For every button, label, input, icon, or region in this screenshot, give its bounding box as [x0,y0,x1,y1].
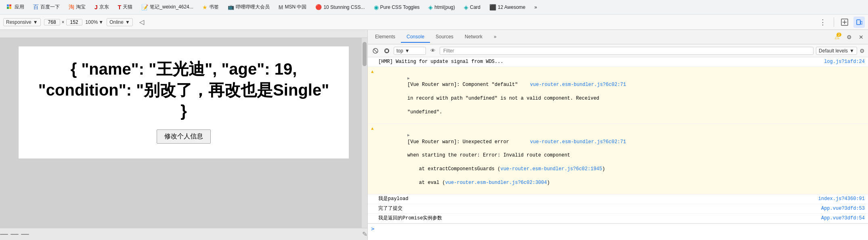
console-line-payload: 我是payload index.js?4360:91 [368,194,868,204]
page-preview: { "name": "王光迪", "age": 19, "condition":… [0,30,367,240]
console-text-warn2: ▶ [Vue Router warn]: Unexpected error vu… [378,125,865,193]
device-icon [856,19,862,25]
zoom-dropdown[interactable]: 100% ▼ [86,19,104,25]
console-link-submit[interactable]: App.vue?3dfd:53 [815,205,865,212]
expand-arrow-2[interactable]: ▶ [407,133,410,138]
context-label: top [396,48,403,54]
html-label: html(pug) [434,4,455,10]
sensors-icon-btn[interactable]: ◁ [136,17,147,28]
dots-label: ⋮ [819,18,827,26]
scrollbar-thumb[interactable] [363,42,367,66]
main-split: { "name": "王光迪", "age": 19, "condition":… [0,30,868,240]
inspect-element-btn[interactable] [839,17,850,28]
devtools-tabs: Elements Console Sources Network » ⚠ 2 ⚙… [368,30,868,44]
note-label: 笔记_weixin_4624... [150,4,193,10]
edit-icon[interactable]: ✎ [362,230,367,238]
tab-console[interactable]: Console [401,31,430,43]
more-options-btn[interactable]: ⋮ [819,18,827,27]
bookmark-msn[interactable]: M MSN 中国 [275,2,310,12]
settings-btn[interactable]: ⚙ [844,32,854,42]
bookmark-apps[interactable]: 应用 [3,2,27,12]
preview-bottom-bar: ✎ [0,228,367,240]
console-link-payload[interactable]: index.js?4360:91 [812,196,865,202]
tab-network[interactable]: Network [459,31,488,43]
preview-json-text: { "name": "王光迪", "age": 19, "condition":… [35,58,333,121]
bookmark-note[interactable]: 📝 笔记_weixin_4624... [138,2,196,12]
levels-label: Default levels [819,48,848,54]
bookmark-star[interactable]: ★ 书签 [199,2,222,12]
online-label: Online [109,19,124,25]
console-link-promise[interactable]: App.vue?3dfd:54 [815,215,865,222]
tab-more[interactable]: » [488,31,502,43]
warning-badge-btn[interactable]: ⚠ 2 [832,32,842,42]
bookmark-bilibili[interactable]: 📺 哔哩哔哩大会员 [224,2,273,12]
bookmark-css[interactable]: 🔴 10 Stunning CSS... [312,3,368,11]
preview-scrollbar[interactable] [362,38,367,228]
star-icon: ★ [202,4,208,10]
bookmark-taobao[interactable]: 淘 淘宝 [65,2,89,12]
device-toolbar-btn[interactable] [853,17,865,28]
console-link-eval[interactable]: vue-router.esm-bundler.js?6c02:3004 [445,180,547,186]
settings-gear-icon: ⚙ [847,34,852,40]
context-selector[interactable]: top ▼ [394,47,426,55]
console-link-warn2a[interactable]: vue-router.esm-bundler.js?6c02:71 [524,139,626,145]
svg-rect-2 [7,7,9,9]
toggle-icon: ◉ [374,4,379,10]
devtools-tab-icons: ⚠ 2 ⚙ ✕ [832,32,866,42]
close-icon: ✕ [859,34,864,40]
star-label: 书签 [209,4,219,10]
eye-icon: 👁 [430,48,436,54]
console-input[interactable] [377,226,865,232]
bookmark-baidu[interactable]: 百 百度一下 [30,2,63,12]
eye-btn[interactable]: 👁 [428,46,437,55]
clear-console-btn[interactable] [371,46,380,55]
svg-rect-8 [861,21,862,24]
console-filter-input[interactable] [440,47,813,55]
css-icon: 🔴 [315,4,322,10]
warn-triangle-icon-1: ▲ [371,69,377,75]
bilibili-label: 哔哩哔哩大会员 [236,4,270,10]
console-link-warn1a[interactable]: vue-router.esm-bundler.js?6c02:71 [524,82,626,88]
bookmark-awesome[interactable]: ⬛ 12 Awesome [486,3,529,12]
console-line-submit: 完了了提交 App.vue?3dfd:53 [368,204,868,214]
console-line-hmr: [HMR] Waiting for update signal from WDS… [368,57,868,67]
console-text-submit: 完了了提交 [378,205,815,212]
clear-icon [372,48,379,54]
tab-sources[interactable]: Sources [430,31,459,43]
console-link-hmr[interactable]: log.js?1afd:24 [818,58,865,65]
bookmark-toggle[interactable]: ◉ Pure CSS Toggles [371,3,423,12]
tab-elements[interactable]: Elements [369,31,401,43]
console-text-hmr: [HMR] Waiting for update signal from WDS… [378,58,818,65]
expand-arrow-1[interactable]: ▶ [407,76,410,81]
height-input[interactable]: 152 [66,19,82,25]
console-settings-btn[interactable]: ⚙ [860,48,865,54]
html-icon: ◈ [428,4,433,10]
warn-triangle-icon-2: ▲ [371,126,377,132]
log-levels-dropdown[interactable]: Default levels ▼ [816,47,857,55]
width-input[interactable]: 768 [44,19,60,25]
bilibili-icon: 📺 [228,4,234,10]
responsive-dropdown[interactable]: Responsive ▼ [3,18,41,26]
bookmark-tianmao[interactable]: T 天猫 [115,2,136,12]
jd-icon: J [94,4,98,10]
svg-rect-7 [857,20,860,25]
bookmark-jd[interactable]: J 京东 [91,2,112,12]
bookmark-more[interactable]: » [531,3,541,11]
baidu-label: 百度一下 [40,4,60,10]
devtools-toolbar: Responsive ▼ 768 × 152 100% ▼ Online ▼ ◁… [0,15,868,30]
msn-label: MSN 中国 [285,4,306,10]
card-label: Card [470,4,480,10]
bookmark-card[interactable]: ◈ Card [461,3,484,12]
modify-info-button[interactable]: 修改个人信息 [157,129,211,144]
dimension-width: 768 × 152 [44,19,82,25]
console-link-extract[interactable]: vue-router.esm-bundler.js?6c02:1945 [500,166,602,172]
stop-btn[interactable] [382,46,391,55]
hamburger-line-3 [21,234,29,235]
hamburger-line-1 [0,234,8,235]
baidu-icon: 百 [33,4,39,11]
card-icon: ◈ [464,4,468,10]
close-devtools-btn[interactable]: ✕ [856,32,866,42]
online-dropdown[interactable]: Online ▼ [107,18,133,26]
bookmark-html[interactable]: ◈ html(pug) [425,3,458,12]
tianmao-icon: T [118,4,122,10]
